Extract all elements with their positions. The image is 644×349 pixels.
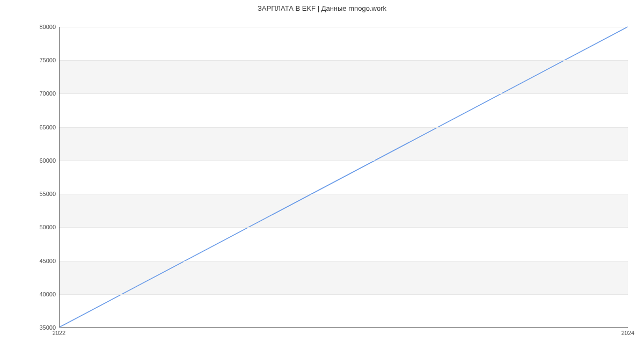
y-gridline xyxy=(60,261,628,261)
y-tick-label: 70000 xyxy=(8,90,56,97)
y-tick-label: 50000 xyxy=(8,224,56,230)
y-gridline xyxy=(60,161,628,161)
y-gridline xyxy=(60,127,628,128)
y-tick-label: 65000 xyxy=(8,124,56,130)
y-gridline xyxy=(60,194,628,194)
y-tick-label: 40000 xyxy=(8,291,56,297)
y-gridline xyxy=(60,60,628,61)
plot-area xyxy=(59,27,628,328)
series-line xyxy=(60,27,627,327)
y-tick-label: 80000 xyxy=(8,24,56,30)
y-tick-label: 45000 xyxy=(8,258,56,264)
x-tick-label: 2024 xyxy=(621,330,634,336)
x-tick-label: 2022 xyxy=(53,330,65,336)
y-tick-label: 35000 xyxy=(8,324,56,331)
y-gridline xyxy=(60,328,628,328)
chart-title: ЗАРПЛАТА В EKF | Данные mnogo.work xyxy=(0,4,644,12)
y-gridline xyxy=(60,93,628,94)
y-tick-label: 55000 xyxy=(8,191,56,197)
y-gridline xyxy=(60,294,628,295)
y-gridline xyxy=(60,227,628,228)
y-tick-label: 60000 xyxy=(8,157,56,164)
chart-container: ЗАРПЛАТА В EKF | Данные mnogo.work 35000… xyxy=(0,0,644,349)
y-gridline xyxy=(60,27,628,27)
line-layer xyxy=(60,27,628,327)
y-tick-label: 75000 xyxy=(8,57,56,63)
